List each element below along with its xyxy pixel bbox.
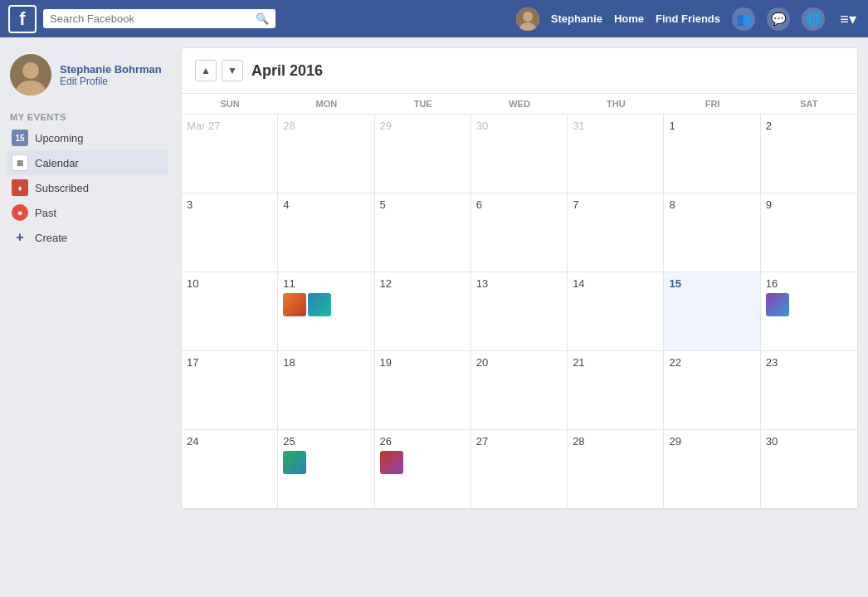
day-number: 21 <box>573 356 658 369</box>
calendar-cell[interactable]: 13 <box>471 272 568 351</box>
calendar-cell[interactable]: 20 <box>471 351 568 430</box>
profile-name[interactable]: Stephanie Bohrman <box>60 63 162 76</box>
sidebar-item-create[interactable]: + Create <box>7 225 168 250</box>
day-number: 18 <box>283 356 368 369</box>
day-number: 28 <box>573 435 658 448</box>
calendar-cell[interactable]: 28 <box>278 115 374 193</box>
calendar-cell[interactable]: 1 <box>664 115 760 193</box>
day-number: 7 <box>573 198 658 211</box>
subscribed-label: Subscribed <box>35 182 89 194</box>
sidebar-item-calendar[interactable]: ▦ Calendar <box>7 150 168 175</box>
calendar-cell[interactable]: 7 <box>568 193 664 272</box>
sidebar: Stephanie Bohrman Edit Profile MY EVENTS… <box>0 37 174 597</box>
create-label: Create <box>35 232 67 244</box>
profile-section: Stephanie Bohrman Edit Profile <box>7 47 168 107</box>
day-number: 14 <box>573 277 658 290</box>
friends-icon[interactable]: 👥 <box>732 7 755 31</box>
calendar-cell[interactable]: 22 <box>664 351 760 430</box>
calendar-cell[interactable]: 6 <box>471 193 568 272</box>
calendar-cell[interactable]: Mar 27 <box>182 115 278 193</box>
day-number: 9 <box>766 198 852 211</box>
day-number: 5 <box>380 198 466 211</box>
facebook-logo[interactable]: f <box>8 5 37 33</box>
profile-info: Stephanie Bohrman Edit Profile <box>60 63 162 87</box>
search-box[interactable]: 🔍 <box>43 9 276 28</box>
day-number: 8 <box>669 198 754 211</box>
day-header-thu: THU <box>568 94 664 114</box>
day-header-mon: MON <box>278 94 374 114</box>
day-header-tue: TUE <box>375 94 471 114</box>
globe-icon[interactable]: 🌐 <box>802 7 825 31</box>
sidebar-item-subscribed[interactable]: ♦ Subscribed <box>7 175 168 200</box>
calendar-cell[interactable]: 18 <box>278 351 374 430</box>
calendar-month-year: April 2016 <box>251 62 323 80</box>
calendar-cell[interactable]: 30 <box>761 430 857 509</box>
calendar-cell[interactable]: 11 <box>278 272 374 351</box>
home-nav-link[interactable]: Home <box>614 12 644 25</box>
calendar-cell[interactable]: 5 <box>375 193 471 272</box>
calendar-cell[interactable]: 19 <box>375 351 471 430</box>
calendar-cell[interactable]: 31 <box>568 115 664 193</box>
day-number: 25 <box>283 435 368 448</box>
calendar-cell[interactable]: 26 <box>375 430 471 509</box>
event-thumbnail[interactable] <box>380 451 403 474</box>
day-number: 17 <box>187 356 272 369</box>
next-month-button[interactable]: ▼ <box>222 60 243 81</box>
day-number: 10 <box>187 277 272 290</box>
calendar-grid: Mar 272829303112345678910111213141516171… <box>182 115 857 509</box>
user-avatar[interactable] <box>516 7 539 31</box>
event-thumbnail[interactable] <box>283 451 306 474</box>
day-number: 27 <box>476 435 562 448</box>
sidebar-item-upcoming[interactable]: 15 Upcoming <box>7 125 168 150</box>
calendar-cell[interactable]: 24 <box>182 430 278 509</box>
day-number: 13 <box>476 277 562 290</box>
search-icon: 🔍 <box>256 12 269 25</box>
event-thumbnail[interactable] <box>766 293 789 316</box>
calendar-cell[interactable]: 23 <box>761 351 857 430</box>
calendar-cell[interactable]: 14 <box>568 272 664 351</box>
sidebar-item-past[interactable]: ● Past <box>7 200 168 225</box>
calendar-cell[interactable]: 28 <box>568 430 664 509</box>
prev-month-button[interactable]: ▲ <box>195 60 217 81</box>
calendar-cell[interactable]: 2 <box>761 115 857 193</box>
calendar-cell[interactable]: 10 <box>182 272 278 351</box>
day-number: 15 <box>669 277 754 290</box>
notifications-icon[interactable]: ≡▾ <box>836 7 860 31</box>
calendar-cell[interactable]: 4 <box>278 193 374 272</box>
edit-profile-link[interactable]: Edit Profile <box>60 76 162 87</box>
calendar-cell[interactable]: 29 <box>375 115 471 193</box>
day-header-fri: FRI <box>664 94 760 114</box>
upcoming-icon: 15 <box>12 130 28 146</box>
calendar-area: ▲ ▼ April 2016 SUNMONTUEWEDTHUFRISAT Mar… <box>174 37 868 597</box>
calendar-cell[interactable]: 9 <box>761 193 857 272</box>
day-number: 31 <box>573 120 658 132</box>
upcoming-label: Upcoming <box>35 132 84 144</box>
calendar-cell[interactable]: 15 <box>664 272 760 351</box>
calendar-cell[interactable]: 25 <box>278 430 374 509</box>
calendar-cell[interactable]: 12 <box>375 272 471 351</box>
calendar-cell[interactable]: 29 <box>664 430 760 509</box>
day-number: 29 <box>669 435 754 448</box>
profile-avatar[interactable] <box>10 54 51 95</box>
calendar-cell[interactable]: 21 <box>568 351 664 430</box>
calendar-cell[interactable]: 27 <box>471 430 568 509</box>
search-input[interactable] <box>50 12 251 25</box>
calendar-days-header: SUNMONTUEWEDTHUFRISAT <box>182 94 857 115</box>
nav-right: Stephanie Home Find Friends 👥 💬 🌐 ≡▾ <box>516 7 860 31</box>
calendar-cell[interactable]: 30 <box>471 115 568 193</box>
calendar-cell[interactable]: 8 <box>664 193 760 272</box>
event-thumbs <box>283 451 368 474</box>
calendar-cell[interactable]: 16 <box>761 272 857 351</box>
home-link[interactable]: Stephanie <box>551 12 602 25</box>
messages-icon[interactable]: 💬 <box>767 7 790 31</box>
event-thumbnail[interactable] <box>283 293 306 316</box>
day-number: 24 <box>187 435 272 448</box>
find-friends-link[interactable]: Find Friends <box>656 12 720 25</box>
calendar-icon: ▦ <box>12 154 28 171</box>
day-number: 12 <box>380 277 466 290</box>
day-number: 30 <box>476 120 562 132</box>
calendar-cell[interactable]: 3 <box>182 193 278 272</box>
calendar-cell[interactable]: 17 <box>182 351 278 430</box>
calendar-header: ▲ ▼ April 2016 <box>182 48 857 94</box>
event-thumbnail[interactable] <box>308 293 331 316</box>
